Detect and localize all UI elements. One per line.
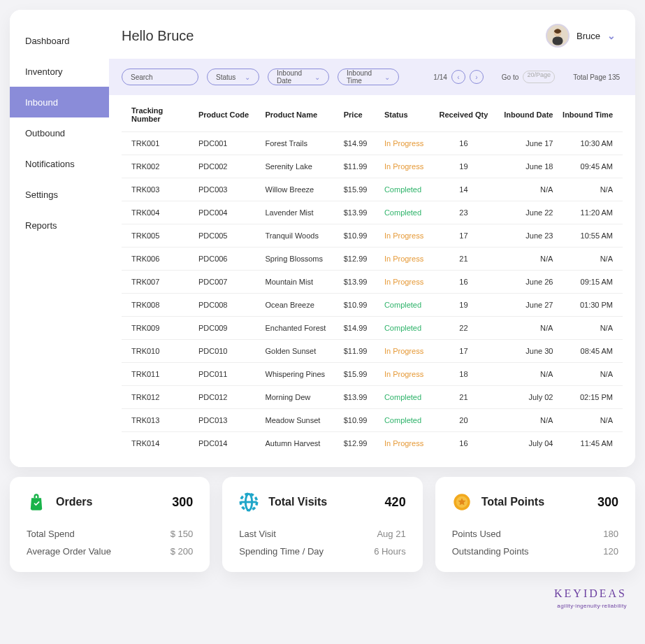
cell-date: N/A bbox=[495, 178, 557, 201]
table-row[interactable]: TRK014PDC014Autumn Harvest$12.99In Progr… bbox=[122, 432, 623, 455]
search-input[interactable]: Search bbox=[122, 69, 198, 85]
goto-label: Go to bbox=[502, 73, 519, 81]
status-select[interactable]: Status⌄ bbox=[207, 69, 259, 85]
cell-qty: 19 bbox=[433, 155, 495, 178]
cell-name: Enchanted Forest bbox=[261, 317, 340, 340]
th-qty: Received Qty bbox=[433, 95, 495, 132]
cell-date: June 18 bbox=[495, 155, 557, 178]
cell-status: In Progress bbox=[380, 340, 433, 363]
goto-input[interactable]: 20/Page bbox=[523, 71, 555, 83]
cell-time: 09:45 AM bbox=[557, 155, 623, 178]
cell-date: N/A bbox=[495, 248, 557, 271]
cell-tracking: TRK011 bbox=[122, 363, 194, 386]
sidebar-item-outbound[interactable]: Outbound bbox=[10, 117, 109, 148]
cell-status: In Progress bbox=[380, 271, 433, 294]
cell-status: Completed bbox=[380, 317, 433, 340]
cell-code: PDC004 bbox=[194, 201, 261, 224]
cell-code: PDC012 bbox=[194, 386, 261, 409]
cell-status: In Progress bbox=[380, 224, 433, 248]
cell-qty: 22 bbox=[433, 317, 495, 340]
cell-code: PDC010 bbox=[194, 340, 261, 363]
cell-qty: 23 bbox=[433, 201, 495, 224]
table-row[interactable]: TRK011PDC011Whispering Pines$15.99In Pro… bbox=[122, 363, 623, 386]
table-row[interactable]: TRK013PDC013Meadow Sunset$10.99Completed… bbox=[122, 409, 623, 432]
chevron-down-icon: ⌄ bbox=[384, 73, 390, 81]
th-time: Inbound Time bbox=[557, 95, 623, 132]
table-row[interactable]: TRK002PDC002Serenity Lake$11.99In Progre… bbox=[122, 155, 623, 178]
sidebar-item-settings[interactable]: Settings bbox=[10, 179, 109, 210]
cell-date: N/A bbox=[495, 363, 557, 386]
table-row[interactable]: TRK010PDC010Golden Sunset$11.99In Progre… bbox=[122, 340, 623, 363]
user-menu[interactable]: Bruce ⌄ bbox=[546, 24, 616, 48]
cell-status: Completed bbox=[380, 201, 433, 224]
cell-tracking: TRK001 bbox=[122, 132, 194, 155]
total-page: Total Page 135 bbox=[573, 73, 620, 81]
cell-time: N/A bbox=[557, 409, 623, 432]
cell-tracking: TRK002 bbox=[122, 155, 194, 178]
cell-tracking: TRK008 bbox=[122, 294, 194, 317]
cell-name: Golden Sunset bbox=[261, 340, 340, 363]
cell-qty: 19 bbox=[433, 294, 495, 317]
cell-status: In Progress bbox=[380, 363, 433, 386]
cell-qty: 16 bbox=[433, 271, 495, 294]
cell-time: N/A bbox=[557, 248, 623, 271]
sidebar-item-inventory[interactable]: Inventory bbox=[10, 56, 109, 87]
cell-name: Meadow Sunset bbox=[261, 409, 340, 432]
greeting: Hello Bruce bbox=[122, 28, 194, 44]
cell-code: PDC013 bbox=[194, 409, 261, 432]
table-row[interactable]: TRK001PDC001Forest Trails$14.99In Progre… bbox=[122, 132, 623, 155]
table-row[interactable]: TRK004PDC004Lavender Mist$13.99Completed… bbox=[122, 201, 623, 224]
next-page-button[interactable]: › bbox=[470, 70, 484, 84]
chevron-down-icon: ⌄ bbox=[607, 30, 616, 41]
table-row[interactable]: TRK003PDC003Willow Breeze$15.99Completed… bbox=[122, 178, 623, 201]
cell-code: PDC008 bbox=[194, 294, 261, 317]
table-row[interactable]: TRK012PDC012Morning Dew$13.99Completed21… bbox=[122, 386, 623, 409]
cell-date: N/A bbox=[495, 317, 557, 340]
total-spend-label: Total Spend bbox=[27, 529, 75, 539]
cell-date: July 04 bbox=[495, 432, 557, 455]
inbound-time-select[interactable]: Inbound Time⌄ bbox=[338, 69, 399, 85]
sidebar-item-dashboard[interactable]: Dashboard bbox=[10, 25, 109, 56]
brand-logo: KEYIDEAS bbox=[0, 582, 645, 603]
spending-time-label: Spending Time / Day bbox=[239, 546, 324, 557]
sidebar-item-notifications[interactable]: Notifications bbox=[10, 148, 109, 179]
inbound-date-select[interactable]: Inbound Date⌄ bbox=[268, 69, 329, 85]
chevron-down-icon: ⌄ bbox=[245, 73, 250, 81]
cell-date: June 23 bbox=[495, 224, 557, 248]
table-row[interactable]: TRK008PDC008Ocean Breeze$10.99Completed1… bbox=[122, 294, 623, 317]
th-code: Product Code bbox=[194, 95, 261, 132]
table-row[interactable]: TRK006PDC006Spring Blossoms$12.99In Prog… bbox=[122, 248, 623, 271]
cell-price: $11.99 bbox=[340, 155, 380, 178]
total-spend-value: $ 150 bbox=[171, 529, 194, 539]
cell-name: Ocean Breeze bbox=[261, 294, 340, 317]
prev-page-button[interactable]: ‹ bbox=[451, 70, 465, 84]
sidebar-item-inbound[interactable]: Inbound bbox=[10, 87, 109, 117]
points-card: Total Points 300 Points Used180 Outstand… bbox=[435, 477, 635, 572]
cell-code: PDC002 bbox=[194, 155, 261, 178]
cell-time: 10:55 AM bbox=[557, 224, 623, 248]
cell-name: Forest Trails bbox=[261, 132, 340, 155]
table-row[interactable]: TRK007PDC007Mountain Mist$13.99In Progre… bbox=[122, 271, 623, 294]
cell-tracking: TRK007 bbox=[122, 271, 194, 294]
cell-date: June 17 bbox=[495, 132, 557, 155]
cell-name: Autumn Harvest bbox=[261, 432, 340, 455]
cell-name: Whispering Pines bbox=[261, 363, 340, 386]
avg-order-label: Average Order Value bbox=[27, 546, 111, 557]
sidebar-item-reports[interactable]: Reports bbox=[10, 210, 109, 241]
cell-code: PDC011 bbox=[194, 363, 261, 386]
orders-card: Orders 300 Total Spend$ 150 Average Orde… bbox=[10, 477, 210, 572]
orders-title: Orders bbox=[56, 496, 92, 508]
cell-tracking: TRK012 bbox=[122, 386, 194, 409]
table-row[interactable]: TRK009PDC009Enchanted Forest$14.99Comple… bbox=[122, 317, 623, 340]
brand-tagline: agility·ingenuity·reliability bbox=[0, 603, 645, 616]
th-date: Inbound Date bbox=[495, 95, 557, 132]
cell-tracking: TRK010 bbox=[122, 340, 194, 363]
cell-qty: 21 bbox=[433, 386, 495, 409]
cell-price: $13.99 bbox=[340, 271, 380, 294]
cell-price: $10.99 bbox=[340, 409, 380, 432]
table-row[interactable]: TRK005PDC005Tranquil Woods$10.99In Progr… bbox=[122, 224, 623, 248]
visits-title: Total Visits bbox=[268, 496, 327, 508]
points-title: Total Points bbox=[481, 496, 544, 508]
last-visit-label: Last Visit bbox=[239, 529, 276, 539]
cell-price: $12.99 bbox=[340, 248, 380, 271]
